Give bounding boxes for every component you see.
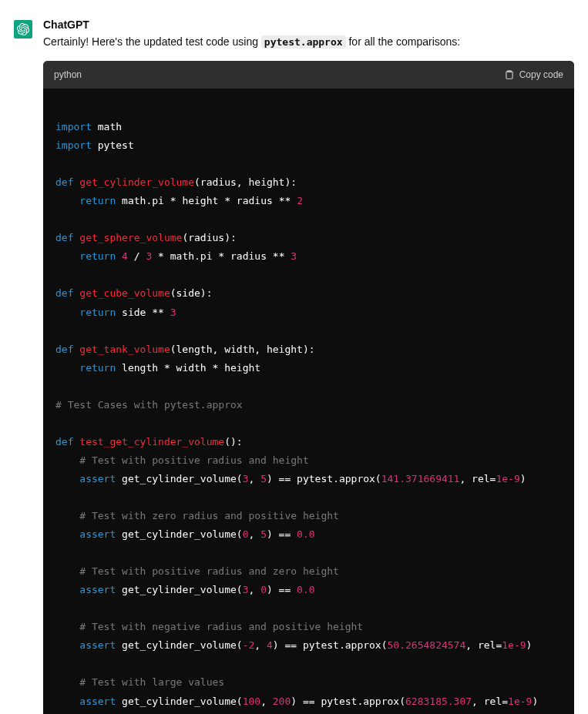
code-block: python Copy code import math import pyte… xyxy=(43,61,574,714)
reply-text: Certainly! Here's the updated test code … xyxy=(43,34,574,50)
copy-code-label: Copy code xyxy=(519,69,563,80)
reply-post: for all the comparisons: xyxy=(346,35,461,48)
code-language-label: python xyxy=(54,69,82,80)
chatgpt-avatar-icon xyxy=(14,20,32,39)
message-content: ChatGPT Certainly! Here's the updated te… xyxy=(43,18,574,714)
chat-message: ChatGPT Certainly! Here's the updated te… xyxy=(14,18,574,714)
clipboard-icon xyxy=(504,69,515,80)
reply-pre: Certainly! Here's the updated test code … xyxy=(43,35,261,48)
code-header: python Copy code xyxy=(43,61,574,89)
code-body[interactable]: import math import pytest def get_cylind… xyxy=(43,89,574,714)
author-name: ChatGPT xyxy=(43,18,574,31)
svg-rect-1 xyxy=(506,72,512,79)
inline-code: pytest.approx xyxy=(261,35,346,49)
copy-code-button[interactable]: Copy code xyxy=(504,69,563,80)
